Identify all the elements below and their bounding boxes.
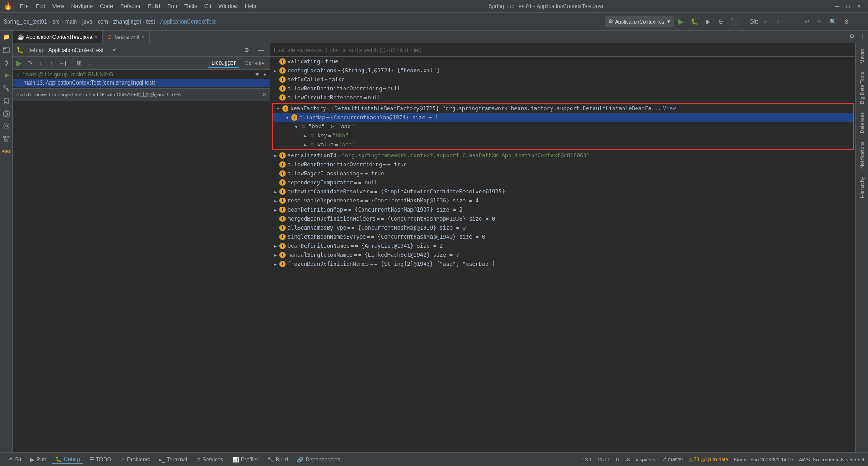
tab-application-context[interactable]: ☕ ApplicationContextTest.java ✕ [13,31,103,43]
step-into-button[interactable]: ↓ [36,59,45,68]
menu-item-refactor[interactable]: Refactor [117,2,144,10]
breadcrumb-pkg[interactable]: zhangjingqi [113,19,141,25]
breadcrumb-test[interactable]: test [146,19,155,25]
indent-indicator[interactable]: 4 spaces [635,457,655,462]
bottom-tool-git[interactable]: ⎇ Git [4,456,24,464]
crlf-indicator[interactable]: CRLF [598,457,611,462]
eval-bar[interactable]: Evaluate expression (Enter) or add a wat… [270,43,855,57]
debug-run-button[interactable]: 🐛 [688,16,701,27]
bottom-tool-build[interactable]: 🔨 Build [264,456,291,464]
search-button[interactable]: 🔍 [827,16,839,27]
menu-item-navigate[interactable]: Navigate [68,2,96,10]
debug-settings-icon[interactable]: ⚙ [241,45,252,56]
git-push-button[interactable]: ✓ [773,16,783,27]
var-singletonbeannamesbytype[interactable]: f singletonBeanNamesByType = = {Concurre… [270,232,855,241]
profile-button[interactable]: ⊕ [715,16,726,27]
var-allowbeandefinitionoverriding-1[interactable]: f allowBeanDefinitionOverriding = null [270,84,855,93]
menu-item-view[interactable]: View [49,2,68,10]
var-dependencycomparator[interactable]: f dependencyComparator = = null [270,178,855,187]
branch-indicator[interactable]: ⎇ master [661,457,684,462]
bottom-tool-dependencies[interactable]: 🔗 Dependencies [294,456,343,464]
sidebar-maven[interactable]: Maven [858,45,867,67]
sidebar-big-data-tools[interactable]: Big Data Tools [858,68,867,108]
evaluate-button[interactable]: ⊞ [75,59,84,68]
trace-button[interactable]: ≡ [85,59,94,68]
sidebar-run-debug-icon[interactable] [1,71,11,80]
git-check-button[interactable]: ✓ [760,16,771,27]
coverage-button[interactable]: ▶ [703,16,713,27]
sidebar-project-icon[interactable] [1,45,11,55]
close-switch-frames[interactable]: ✕ [262,92,266,98]
var-setidcalled[interactable]: f setIdCalled = false [270,75,855,84]
bottom-tool-todo[interactable]: ☰ TODO [86,456,114,464]
var-allbeannamesbytype[interactable]: f allBeanNamesByType = = {ConcurrentHash… [270,223,855,232]
console-tab[interactable]: Console [241,59,268,67]
menu-item-run[interactable]: Run [164,2,181,10]
tab-settings-icon[interactable]: ⚙ [846,31,857,42]
var-mergedbeandefinitionholders[interactable]: f mergedBeanDefinitionHolders = = {Concu… [270,214,855,223]
var-validating[interactable]: f validating = true [270,57,855,66]
menu-item-tools[interactable]: Tools [181,2,201,10]
run-to-cursor-button[interactable]: →| [58,59,67,68]
menu-item-code[interactable]: Code [96,2,117,10]
more-button[interactable]: ⋮ [854,16,864,27]
menu-item-window[interactable]: Window [215,2,241,10]
filter-icon[interactable]: ▼ [255,71,260,78]
bottom-tool-terminal[interactable]: ▸_ Terminal [156,456,190,464]
var-serializationid[interactable]: ▶ f serializationId = "org.springframewo… [270,151,855,160]
sidebar-aws-icon[interactable]: AWS [1,146,11,156]
var-key[interactable]: ▶ ≡ key = "bbb" [273,131,853,140]
bottom-tool-services[interactable]: ⊙ Services [193,456,226,464]
encoding-indicator[interactable]: UTF-8 [616,457,630,462]
bottom-tool-run[interactable]: ▶ Run [28,456,49,464]
breadcrumb-java[interactable]: java [82,19,92,25]
breadcrumb-project[interactable]: Spring_ioc_test01 [4,19,47,25]
sidebar-bookmarks-icon[interactable] [1,96,11,106]
debug-close-icon[interactable]: ✕ [109,45,120,56]
bottom-tool-profiler[interactable]: 📊 Profiler [230,456,261,464]
breadcrumb-src[interactable]: src [52,19,60,25]
sidebar-hierarchy[interactable]: Hierarchy [858,173,867,202]
sidebar-structure-icon[interactable] [1,134,11,144]
var-value[interactable]: ▶ ≡ value = "aaa" [273,140,853,149]
breadcrumb-main[interactable]: main [65,19,77,25]
step-out-button[interactable]: ↑ [47,59,56,68]
var-resolvabledependencies[interactable]: ▶ f resolvableDependencies = = {Concurre… [270,196,855,205]
sidebar-camera-icon[interactable] [1,108,11,118]
var-manualsingletonnames[interactable]: ▶ f manualSingletonNames = = {LinkedHash… [270,250,855,259]
var-autowirecandidateresolver[interactable]: ▶ f autowireCandidateResolver = = {Simpl… [270,187,855,196]
debugger-tab[interactable]: Debugger [208,59,239,68]
menu-item-edit[interactable]: Edit [32,2,49,10]
close-icon-beans[interactable]: ✕ [141,34,145,39]
sidebar-pull-requests-icon[interactable] [1,83,11,93]
var-bbb-aaa[interactable]: ▼ ≡ "bbb" -> "aaa" [273,122,853,131]
var-aliasmap[interactable]: ▼ f aliasMap = {ConcurrentHashMap@1974} … [273,113,853,122]
var-allowbeandefinitionoverriding-2[interactable]: f allowBeanDefinitionOverriding = = true [270,160,855,169]
view-link[interactable]: View [663,105,676,112]
var-beanfactory[interactable]: ▼ f beanFactory = {DefaultListableBeanFa… [273,104,853,113]
bottom-tool-debug[interactable]: 🐛 Debug [52,455,82,464]
var-frozenbeandefinitionnames[interactable]: ▶ f frozenBeanDefinitionNames = = {Strin… [270,259,855,268]
sidebar-database[interactable]: Database [858,108,867,137]
var-beandefinitionnames[interactable]: ▶ f beanDefinitionNames = = {ArrayList@1… [270,241,855,250]
frame-item[interactable]: main:13, ApplicationContextTest (com.zha… [13,79,270,87]
menu-item-help[interactable]: Help [241,2,260,10]
tab-beans-xml[interactable]: 🗋 beans.xml ✕ [103,31,150,43]
tab-more-icon[interactable]: ⋮ [857,31,868,42]
maximize-button[interactable]: □ [843,1,854,12]
sidebar-commit-icon[interactable] [1,58,11,68]
project-icon[interactable]: 📁 [3,33,10,40]
menu-item-file[interactable]: File [16,2,32,10]
sidebar-settings-icon[interactable] [1,121,11,131]
var-alloweagerclassloading[interactable]: f allowEagerClassLoading = = true [270,169,855,178]
breadcrumb-class[interactable]: ApplicationContextTest [160,19,216,25]
run-config-dropdown[interactable]: ⚙ ApplicationContextTest ▾ [605,16,674,27]
resume-button[interactable]: ▶ [14,59,24,68]
menu-item-git[interactable]: Git [201,2,215,10]
stop-button[interactable]: ⬛ [728,16,742,27]
thread-item[interactable]: ✓ "main"@1 in group "main": RUNNING ▼ ▾ [13,71,270,79]
bottom-tool-problems[interactable]: ⚠ Problems [118,456,153,464]
undo-button[interactable]: ↩ [802,16,812,27]
var-beandefinitionmap[interactable]: ▶ f beanDefinitionMap = = {ConcurrentHas… [270,205,855,214]
breadcrumb-com[interactable]: com [98,19,108,25]
